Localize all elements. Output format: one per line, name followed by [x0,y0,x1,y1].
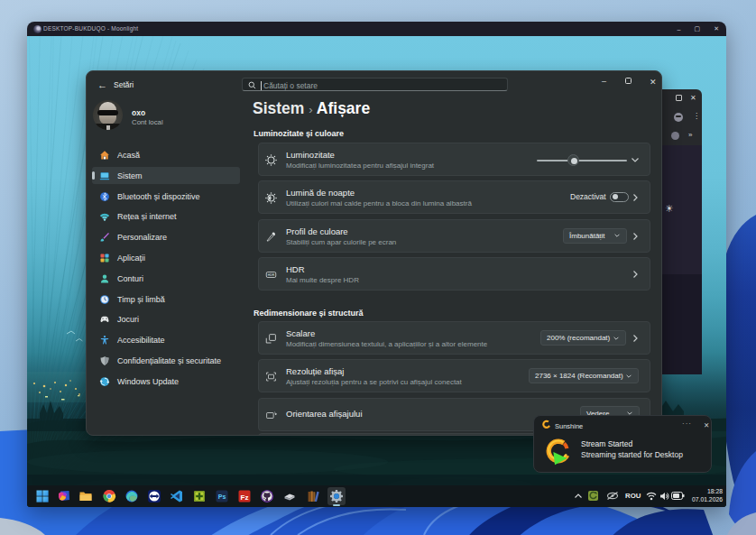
svg-text:Fz: Fz [241,493,249,502]
svg-text:Ps: Ps [218,493,226,500]
svg-text:HDR: HDR [268,273,275,277]
